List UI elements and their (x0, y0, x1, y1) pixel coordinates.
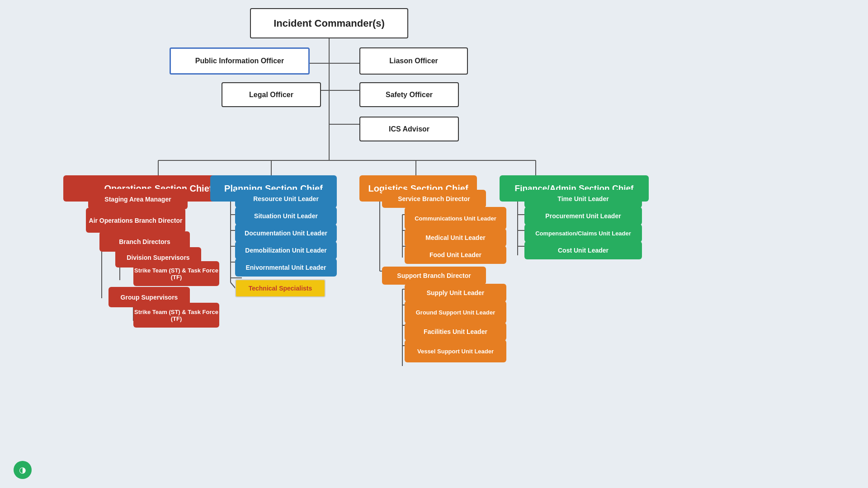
time-unit-leader-box: Time Unit Leader (524, 190, 642, 208)
public-info-officer-box: Public Information Officer (170, 47, 310, 75)
safety-officer-label: Safety Officer (386, 91, 433, 99)
food-unit-leader-box: Food Unit Leader (405, 246, 506, 264)
compensation-claims-unit-leader-box: Compensation/Claims Unit Leader (524, 224, 642, 242)
technical-specialists-box: Technical Specialists (235, 279, 326, 297)
safety-officer-box: Safety Officer (359, 82, 459, 107)
facilities-unit-leader-box: Facilities Unit Leader (405, 323, 506, 341)
incident-commander-box: Incident Commander(s) (250, 8, 408, 38)
staging-area-manager-box: Staging Area Manager (88, 189, 188, 209)
cost-unit-leader-label: Cost Unit Leader (558, 247, 609, 254)
situation-unit-leader-label: Situation Unit Leader (254, 212, 318, 220)
liaison-officer-label: Liason Officer (389, 57, 438, 65)
app-icon-symbol: ◑ (19, 465, 26, 475)
legal-officer-label: Legal Officer (249, 91, 293, 99)
environmental-unit-leader-box: Enivornmental Unit Leader (235, 258, 337, 277)
org-chart: Incident Commander(s) Public Information… (0, 0, 868, 488)
public-info-officer-label: Public Information Officer (195, 57, 284, 65)
resource-unit-leader-label: Resource Unit Leader (253, 195, 319, 202)
supply-unit-leader-label: Supply Unit Leader (427, 289, 485, 296)
branch-directors-label: Branch Directors (119, 238, 170, 245)
resource-unit-leader-box: Resource Unit Leader (235, 190, 337, 208)
air-ops-branch-director-label: Air Operations Branch Director (89, 217, 183, 224)
ground-support-unit-leader-box: Ground Support Unit Leader (405, 301, 506, 324)
supply-unit-leader-box: Supply Unit Leader (405, 284, 506, 302)
technical-specialists-label: Technical Specialists (249, 285, 312, 292)
service-branch-director-box: Service Branch Director (382, 190, 486, 208)
procurement-unit-leader-box: Procurement Unit Leader (524, 207, 642, 225)
communications-unit-leader-label: Communications Unit Leader (415, 215, 496, 222)
situation-unit-leader-box: Situation Unit Leader (235, 207, 337, 225)
vessel-support-unit-leader-box: Vessel Support Unit Leader (405, 340, 506, 362)
support-branch-director-box: Support Branch Director (382, 267, 486, 285)
staging-area-manager-label: Staging Area Manager (104, 196, 171, 203)
demobilization-unit-leader-label: Demobilization Unit Leader (245, 247, 326, 254)
strike-team-tf-2-box: Strike Team (ST) & Task Force (TF) (133, 303, 219, 328)
ground-support-unit-leader-label: Ground Support Unit Leader (416, 309, 495, 316)
ics-advisor-label: ICS Advisor (389, 125, 429, 133)
medical-unit-leader-label: Medical Unit Leader (425, 234, 485, 241)
time-unit-leader-label: Time Unit Leader (557, 195, 609, 202)
environmental-unit-leader-label: Enivornmental Unit Leader (245, 264, 326, 271)
group-supervisors-label: Group Supervisors (121, 294, 178, 301)
air-ops-branch-director-box: Air Operations Branch Director (86, 208, 185, 233)
documentation-unit-leader-label: Documentation Unit Leader (245, 230, 327, 237)
strike-team-tf-2-label: Strike Team (ST) & Task Force (TF) (133, 309, 219, 322)
food-unit-leader-label: Food Unit Leader (429, 251, 481, 258)
service-branch-director-label: Service Branch Director (398, 195, 470, 202)
app-icon: ◑ (14, 461, 32, 479)
procurement-unit-leader-label: Procurement Unit Leader (545, 212, 621, 220)
vessel-support-unit-leader-label: Vessel Support Unit Leader (417, 348, 494, 355)
demobilization-unit-leader-box: Demobilization Unit Leader (235, 241, 337, 259)
communications-unit-leader-box: Communications Unit Leader (405, 207, 506, 230)
strike-team-tf-1-box: Strike Team (ST) & Task Force (TF) (133, 261, 219, 286)
liaison-officer-box: Liason Officer (359, 47, 468, 75)
ics-advisor-box: ICS Advisor (359, 117, 459, 141)
cost-unit-leader-box: Cost Unit Leader (524, 241, 642, 259)
medical-unit-leader-box: Medical Unit Leader (405, 229, 506, 247)
incident-commander-label: Incident Commander(s) (274, 18, 385, 29)
facilities-unit-leader-label: Facilities Unit Leader (424, 328, 487, 335)
strike-team-tf-1-label: Strike Team (ST) & Task Force (TF) (133, 267, 219, 281)
legal-officer-box: Legal Officer (222, 82, 321, 107)
documentation-unit-leader-box: Documentation Unit Leader (235, 224, 337, 242)
compensation-claims-unit-leader-label: Compensation/Claims Unit Leader (535, 230, 631, 237)
support-branch-director-label: Support Branch Director (397, 272, 471, 279)
division-supervisors-label: Division Supervisors (127, 254, 189, 261)
